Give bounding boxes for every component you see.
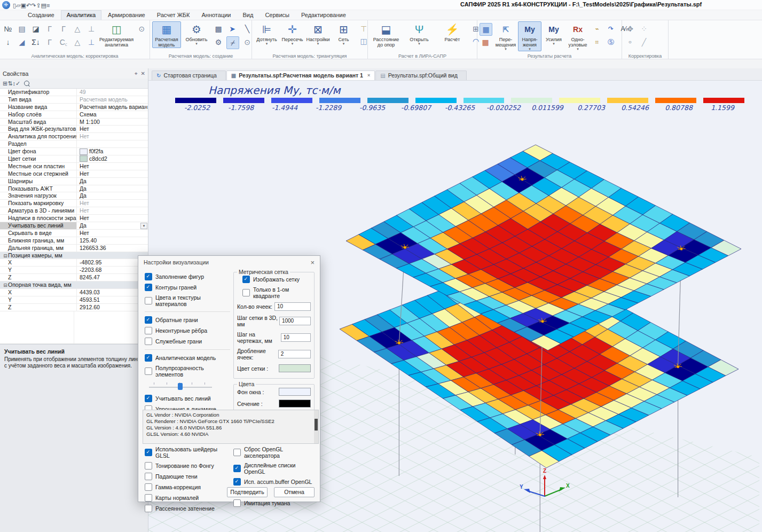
ribbon-icon[interactable]: ◪ [30, 23, 42, 35]
ribbon-button[interactable]: ⬓ Расстояние до опор [370, 21, 402, 48]
dialog-checkbox-row[interactable]: Изображать сетку [242, 276, 311, 283]
ribbon-icon[interactable]: ◢ [16, 36, 28, 48]
ribbon-button[interactable]: Ψ Открыть ▾ [403, 21, 435, 48]
dialog-checkbox-row[interactable]: Рассеянное затенение [145, 505, 230, 512]
property-row[interactable]: Цвет фона f0f2fa [0, 148, 148, 155]
ribbon-button[interactable]: My Усилия ▾ [542, 21, 565, 51]
checkbox[interactable] [145, 273, 152, 280]
property-row[interactable]: Z 8245.47 [0, 274, 148, 281]
ribbon-icon[interactable]: ▩ [213, 23, 224, 35]
editable-analytics-button[interactable]: ◫ Редактируемая аналитика [99, 21, 134, 48]
dialog-checkbox-row[interactable]: Заполнение фигур [145, 273, 230, 280]
dialog-close-icon[interactable]: × [310, 259, 315, 267]
number-input[interactable]: 10 [274, 302, 311, 311]
ribbon-button[interactable]: ⊠ Настройки ▾ [305, 21, 331, 46]
property-row[interactable]: Вид для ЖБК-результатов Нет [0, 126, 148, 133]
ribbon-icon[interactable]: ╱ [638, 36, 650, 48]
property-row[interactable]: Z 2912.60 [0, 304, 148, 311]
ribbon-button[interactable]: ⊞ Сеть ▾ [331, 21, 356, 46]
search-icon[interactable] [24, 81, 29, 86]
menu-tab[interactable]: Вид [237, 11, 258, 20]
slider-handle[interactable] [178, 383, 183, 390]
number-input[interactable]: 1000 [279, 317, 311, 325]
ribbon-icon[interactable]: Γ [44, 23, 56, 35]
transparency-slider[interactable] [149, 381, 212, 390]
property-row[interactable]: Цвет сетки c8dcd2 [0, 155, 148, 163]
ribbon-icon[interactable]: ➤ [226, 23, 238, 35]
ribbon-icon[interactable]: № [2, 23, 14, 35]
gl-scrollbar-thumb[interactable] [315, 419, 318, 431]
ribbon-button[interactable]: ⚡ Расчёт [436, 21, 468, 48]
dialog-title-bar[interactable]: Настройки визуализации × [138, 256, 320, 269]
ribbon-icon[interactable]: ╲ [241, 23, 253, 35]
property-row[interactable]: Y -2203.68 [0, 267, 148, 274]
property-row[interactable]: Арматура в 3D - линиями Нет [0, 207, 148, 215]
property-row[interactable]: X -4802.95 [0, 259, 148, 267]
checkbox[interactable] [145, 354, 152, 362]
ribbon-button[interactable]: My Напря-жения ▾ [518, 21, 541, 51]
checkbox[interactable] [145, 297, 152, 304]
collapse-icon[interactable]: ⊟ [3, 282, 8, 288]
ribbon-icon[interactable]: △ [72, 23, 83, 35]
checkbox[interactable] [145, 395, 152, 402]
property-row[interactable]: Значения нагрузок Да [0, 192, 148, 200]
document-tab[interactable]: ↻ Стартовая страница [152, 71, 226, 80]
color-picker-swatch[interactable] [279, 400, 311, 408]
undo-icon[interactable]: ↶ [26, 2, 31, 9]
dialog-checkbox-row[interactable]: Только в 1-ом квадранте [242, 286, 311, 299]
dialog-checkbox-row[interactable]: Цвета и текстуры материалов [145, 294, 230, 307]
property-row[interactable]: Аналитика для построения Нет [0, 133, 148, 140]
property-row[interactable]: Показать маркировку Нет [0, 200, 148, 207]
ribbon-icon[interactable]: ⁘ [638, 23, 650, 35]
dialog-checkbox-row[interactable]: Служебные грани [145, 338, 230, 345]
checkbox[interactable] [233, 499, 241, 507]
pin-icon[interactable]: ⌖ [135, 71, 138, 77]
confirm-button[interactable]: Подтвердить [227, 487, 268, 497]
ribbon-icon[interactable]: ⌗ [591, 36, 603, 48]
checkbox[interactable] [242, 289, 250, 296]
dialog-checkbox-row[interactable]: Полупрозрачность элементов [145, 365, 230, 378]
property-row[interactable]: ⊟Позиция камеры, мм [0, 252, 148, 260]
ribbon-button[interactable]: ⚙ Обновить ▾ [182, 21, 211, 48]
checkbox[interactable] [145, 473, 152, 480]
dialog-checkbox-row[interactable]: Гамма-коррекция [145, 483, 230, 491]
save-icon[interactable]: ▣ [21, 2, 26, 9]
property-row[interactable]: Набор слоёв Схема [0, 111, 148, 119]
dialog-checkbox-row[interactable]: Дисплейные списки OpenGL [233, 462, 317, 475]
properties-tool-icon[interactable]: ⊞ [3, 80, 7, 87]
export-icon[interactable]: ⇪ [36, 2, 41, 9]
property-row[interactable]: Тип вида Расчетная модель [0, 96, 148, 104]
dialog-checkbox-row[interactable]: Использовать шейдеры GLSL [145, 446, 230, 459]
ribbon-icon[interactable]: ▤ [16, 23, 28, 35]
menu-tab[interactable]: Аналитика [61, 10, 101, 20]
properties-tool-icon[interactable]: ✓ [15, 80, 20, 87]
property-row[interactable]: Ближняя граница, мм 125.40 [0, 237, 148, 245]
ribbon-icon[interactable]: Γ [44, 36, 56, 48]
ribbon-icon[interactable]: ↓ [2, 36, 14, 48]
dialog-checkbox-row[interactable]: Исп. accum.buffer OpenGL [233, 478, 317, 486]
redo-icon[interactable]: ↷ [31, 2, 36, 9]
checkbox[interactable] [145, 449, 152, 456]
app-icon[interactable]: ✛ [2, 1, 10, 9]
ribbon-icon[interactable]: C꜀ [58, 36, 69, 48]
property-row[interactable]: Дальняя граница, мм 126653.36 [0, 245, 148, 252]
menu-tab[interactable]: Армирование [103, 11, 151, 20]
checkbox[interactable] [145, 494, 152, 502]
close-tab-icon[interactable]: × [367, 73, 370, 78]
checkbox[interactable] [233, 449, 241, 456]
menu-tab[interactable]: Расчет ЖБК [152, 11, 195, 20]
property-row[interactable]: Показывать АЖТ Да [0, 185, 148, 193]
grid-color-swatch[interactable] [279, 364, 311, 372]
axes-toggle-icon[interactable]: ⊙ [136, 23, 147, 35]
property-row[interactable]: Раздел [0, 140, 148, 148]
number-input[interactable]: 10 [281, 333, 311, 342]
dialog-checkbox-row[interactable]: Обратные грани [145, 316, 230, 324]
checkbox[interactable] [145, 338, 152, 345]
checkbox[interactable] [233, 465, 241, 472]
property-row[interactable]: Y 4593.51 [0, 296, 148, 304]
dialog-checkbox-row[interactable]: Контуры граней [145, 284, 230, 291]
ribbon-icon[interactable]: ⚙ [213, 36, 224, 48]
menu-tab[interactable]: Редактирование [296, 11, 351, 20]
dialog-checkbox-row[interactable]: Имитация тумана [233, 499, 317, 507]
checkbox[interactable] [145, 483, 152, 491]
